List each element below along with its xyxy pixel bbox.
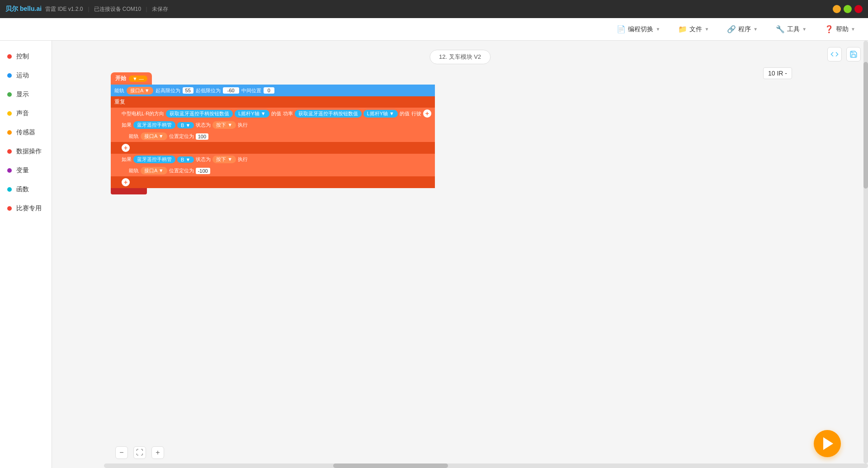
canvas-icon-code[interactable] (827, 47, 842, 61)
scrollbar-vertical[interactable] (863, 41, 868, 463)
canvas-icon-save[interactable] (846, 47, 861, 61)
sidebar-item-motion[interactable]: 运动 (0, 67, 52, 84)
if1body-val[interactable]: 100 (196, 133, 208, 140)
row1-max-val[interactable]: 55 (183, 87, 193, 94)
function-dot (7, 187, 12, 192)
tools-arrow: ▼ (802, 27, 807, 32)
row1-min-label: 起低限位为 (196, 87, 221, 94)
block-if2-footer: + (111, 176, 435, 188)
row1-min-val[interactable]: -60 (223, 87, 239, 94)
titlebar: 贝尔 bellu.ai 雷霆 IDE v1.2.0 ｜ 已连接设备 COM10 … (0, 0, 868, 18)
sidebar-item-competition[interactable]: 比赛专用 (0, 200, 52, 217)
variable-dot (7, 168, 12, 173)
menu-file-label: 文件 (689, 25, 702, 33)
sidebar-label-function: 函数 (16, 185, 29, 194)
zoom-out-button[interactable]: − (115, 446, 128, 459)
sidebar-label-motion: 运动 (16, 71, 29, 80)
block-if1-footer: + (111, 142, 435, 154)
row2-part1: 中型电机L·R的方向 (122, 110, 164, 117)
block-forever: 重复 (111, 96, 435, 108)
row1-mid-val[interactable]: 0 (264, 87, 274, 94)
if2-button[interactable]: 按下 ▼ (212, 156, 236, 163)
row1-port[interactable]: 接口A ▼ (127, 87, 153, 95)
zoom-fit-button[interactable]: ⛶ (133, 446, 146, 459)
sidebar-label-display: 显示 (16, 90, 29, 99)
menu-programming-label: 编程切换 (628, 25, 653, 33)
if1-label: 如果 (122, 122, 132, 128)
sidebar-label-sound: 声音 (16, 109, 29, 118)
tools-icon: 🔧 (776, 25, 785, 33)
menu-help[interactable]: ❓ 帮助 ▼ (821, 23, 859, 35)
if2-port[interactable]: B ▼ (177, 156, 194, 163)
row2-bt1[interactable]: 获取蓝牙遥控手柄按钮数值 (166, 110, 233, 118)
if2-state: 状态为 (196, 156, 211, 163)
menu-tools-label: 工具 (787, 25, 800, 33)
sound-dot (7, 111, 12, 116)
hat-label: 开始 (115, 75, 126, 82)
if2-condition[interactable]: 蓝牙遥控手柄管 (133, 156, 175, 163)
menu-tools[interactable]: 🔧 工具 ▼ (772, 23, 810, 35)
sidebar-item-sensor[interactable]: 传感器 (0, 124, 52, 141)
scrollbar-horizontal-thumb[interactable] (333, 463, 448, 468)
row2-plus[interactable]: + (423, 109, 431, 118)
block-row2: 中型电机L·R的方向 获取蓝牙遥控手柄按钮数值 L摇杆Y轴 ▼ 的值 功率 获取… (111, 108, 435, 119)
sidebar-item-sound[interactable]: 声音 (0, 105, 52, 122)
program-icon: 🔗 (727, 25, 736, 33)
if2body-port[interactable]: 接口A ▼ (141, 167, 167, 175)
if2body-val[interactable]: -100 (196, 168, 210, 174)
run-button[interactable] (814, 430, 841, 457)
sidebar-label-sensor: 传感器 (16, 128, 35, 137)
hat-block[interactable]: 开始 ▼ — (111, 72, 152, 85)
menu-program-label: 程序 (738, 25, 751, 33)
sensor-dot (7, 130, 12, 135)
row2-of2: 的值 (400, 110, 410, 117)
row1-prefix: 能轨 (114, 87, 124, 94)
programming-arrow: ▼ (656, 27, 660, 32)
app-version: 雷霆 IDE v1.2.0 (45, 5, 83, 13)
block-if1: 如果 蓝牙遥控手柄管 B ▼ 状态为 按下 ▼ 执行 (111, 119, 435, 131)
row1-mid-label: 中间位置 (241, 87, 261, 94)
close-button[interactable] (854, 5, 863, 13)
if1-port[interactable]: B ▼ (177, 122, 194, 128)
sidebar-label-variable: 变量 (16, 166, 29, 175)
minimize-button[interactable] (833, 5, 841, 13)
menu-programming[interactable]: 📄 编程切换 ▼ (613, 23, 664, 35)
menu-program[interactable]: 🔗 程序 ▼ (723, 23, 761, 35)
canvas-topright-icons (827, 47, 861, 61)
canvas-tab: 12. 叉车模块 V2 (429, 50, 491, 64)
zoom-in-button[interactable]: + (151, 446, 164, 459)
menubar: 📄 编程切换 ▼ 📁 文件 ▼ 🔗 程序 ▼ 🔧 工具 ▼ ❓ 帮助 ▼ (0, 18, 868, 41)
row2-port2[interactable]: L摇杆Y轴 ▼ (363, 110, 398, 118)
sidebar-item-variable[interactable]: 变量 (0, 162, 52, 179)
program-arrow: ▼ (753, 27, 758, 32)
if1-state: 状态为 (196, 122, 211, 128)
if2body-prefix: 能轨 (129, 167, 139, 174)
row1-max-label: 起高限位为 (156, 87, 180, 94)
menu-file[interactable]: 📁 文件 ▼ (675, 23, 712, 35)
row2-bt2[interactable]: 获取蓝牙遥控手柄按钮数值 (295, 110, 362, 118)
row2-port1[interactable]: L摇杆Y轴 ▼ (235, 110, 269, 118)
scrollbar-horizontal[interactable] (104, 463, 868, 468)
if2-footer-plus[interactable]: + (122, 178, 130, 186)
row2-action: 行驶 (411, 110, 421, 117)
sidebar-item-function[interactable]: 函数 (0, 181, 52, 198)
canvas-area[interactable]: 12. 叉车模块 V2 10 IR - 开 (52, 41, 868, 468)
sidebar-item-data[interactable]: 数据操作 (0, 143, 52, 160)
if1body-port[interactable]: 接口A ▼ (141, 132, 167, 140)
if2-exec: 执行 (238, 156, 248, 163)
app-logo: 贝尔 bellu.ai (5, 5, 42, 13)
if1-footer-plus[interactable]: + (122, 144, 130, 152)
if1-button[interactable]: 按下 ▼ (212, 121, 236, 129)
hat-dropdown[interactable]: ▼ — (129, 76, 147, 82)
ir-badge: 10 IR - (763, 67, 792, 79)
row2-of1: 的值 (271, 110, 281, 117)
block-if2: 如果 蓝牙遥控手柄管 B ▼ 状态为 按下 ▼ 执行 (111, 154, 435, 165)
block-row1: 能轨 接口A ▼ 起高限位为 55 起低限位为 -60 中间位置 0 (111, 85, 435, 96)
maximize-button[interactable] (844, 5, 852, 13)
scrollbar-vertical-thumb[interactable] (863, 62, 868, 189)
sidebar-item-control[interactable]: 控制 (0, 48, 52, 65)
if2body-label: 位置定位为 (169, 167, 194, 174)
if1-condition[interactable]: 蓝牙遥控手柄管 (133, 121, 175, 129)
block-if1-body: 能轨 接口A ▼ 位置定位为 100 (111, 131, 435, 142)
sidebar-item-display[interactable]: 显示 (0, 86, 52, 103)
